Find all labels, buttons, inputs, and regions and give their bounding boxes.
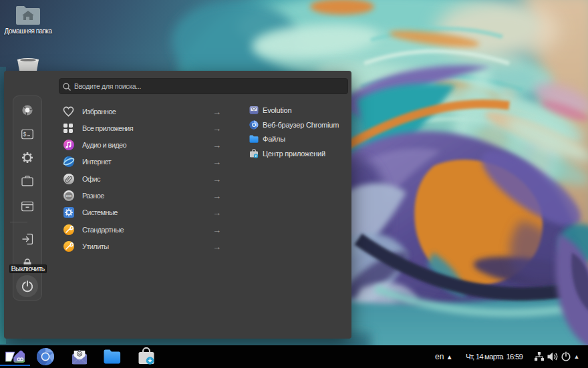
svg-text:oxo: oxo (66, 194, 71, 198)
svg-text:$: $ (23, 131, 27, 138)
